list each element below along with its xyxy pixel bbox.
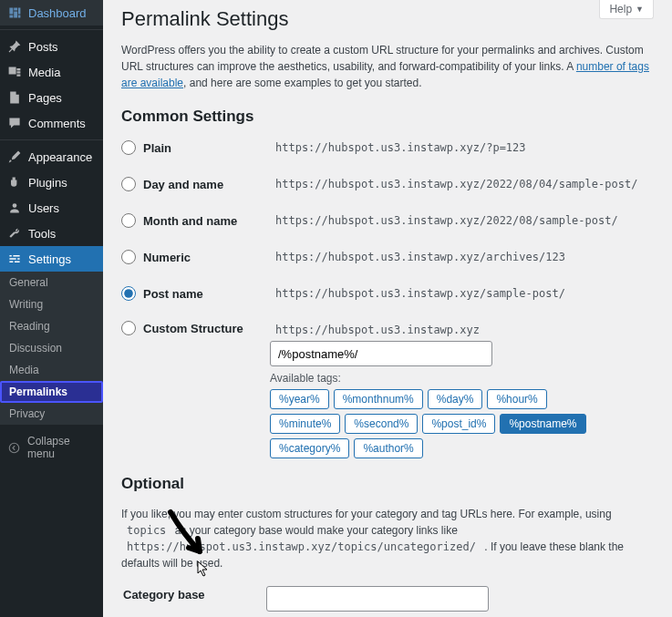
help-tab[interactable]: Help ▼: [599, 0, 654, 19]
radio-month-name[interactable]: [121, 213, 136, 228]
category-base-label: Category base: [123, 577, 264, 617]
svg-point-0: [9, 443, 19, 453]
tag-author[interactable]: %author%: [354, 438, 422, 458]
sidebar-item-comments[interactable]: Comments: [0, 110, 103, 136]
example-day-name: https://hubspot.us3.instawp.xyz/2022/08/…: [270, 175, 643, 193]
sidebar-item-settings[interactable]: Settings: [0, 246, 103, 272]
option-post-name[interactable]: Post name https://hubspot.us3.instawp.xy…: [121, 284, 654, 303]
tag-year[interactable]: %year%: [270, 389, 329, 409]
radio-plain[interactable]: [121, 140, 136, 155]
sidebar-label: Dashboard: [28, 6, 87, 20]
sidebar-label: Users: [28, 201, 59, 215]
sidebar-item-users[interactable]: Users: [0, 195, 103, 221]
sidebar-item-appearance[interactable]: Appearance: [0, 144, 103, 170]
sliders-icon: [7, 252, 22, 266]
submenu-media[interactable]: Media: [0, 359, 103, 381]
sidebar-item-posts[interactable]: Posts: [0, 34, 103, 59]
help-label: Help: [609, 3, 632, 15]
radio-post-name[interactable]: [121, 286, 136, 301]
submenu-general[interactable]: General: [0, 272, 103, 293]
submenu-reading[interactable]: Reading: [0, 315, 103, 337]
collapse-menu[interactable]: Collapse menu: [0, 428, 103, 467]
sidebar-label: Pages: [28, 91, 62, 105]
submenu-privacy[interactable]: Privacy: [0, 403, 103, 425]
sidebar-label: Appearance: [28, 150, 92, 164]
brush-icon: [7, 149, 22, 164]
sidebar-label: Tools: [28, 227, 56, 241]
sidebar-label: Settings: [28, 252, 71, 266]
category-base-input[interactable]: [266, 586, 489, 612]
sidebar-item-media[interactable]: Media: [0, 59, 103, 85]
tag-postname[interactable]: %postname%: [500, 414, 585, 434]
sidebar-label: Posts: [28, 40, 58, 54]
custom-prefix: https://hubspot.us3.instawp.xyz: [270, 321, 485, 339]
option-day-name[interactable]: Day and name https://hubspot.us3.instawp…: [121, 175, 654, 193]
sidebar-label: Media: [28, 66, 60, 79]
example-post-name: https://hubspot.us3.instawp.xyz/sample-p…: [270, 284, 571, 303]
main-content: Help ▼ Permalink Settings WordPress offe…: [103, 0, 672, 617]
tag-post-id[interactable]: %post_id%: [422, 414, 495, 434]
option-plain[interactable]: Plain https://hubspot.us3.instawp.xyz/?p…: [121, 139, 654, 157]
tag-minute[interactable]: %minute%: [270, 414, 340, 434]
sidebar-item-dashboard[interactable]: Dashboard: [0, 0, 103, 26]
option-month-name[interactable]: Month and name https://hubspot.us3.insta…: [121, 211, 654, 230]
submenu-permalinks[interactable]: Permalinks: [0, 381, 103, 403]
tag-monthnum[interactable]: %monthnum%: [334, 389, 423, 409]
tag-buttons: %year% %monthnum% %day% %hour% %minute% …: [270, 389, 607, 458]
sidebar-item-tools[interactable]: Tools: [0, 221, 103, 246]
sidebar-label: Plugins: [28, 176, 67, 190]
tag-hour[interactable]: %hour%: [487, 389, 546, 409]
available-tags-label: Available tags:: [270, 372, 607, 385]
media-icon: [7, 65, 22, 79]
radio-custom[interactable]: [121, 321, 136, 335]
optional-description: If you like, you may enter custom struct…: [121, 506, 654, 571]
comment-icon: [7, 116, 22, 130]
submenu-writing[interactable]: Writing: [0, 293, 103, 315]
radio-day-name[interactable]: [121, 177, 136, 191]
collapse-icon: [7, 440, 21, 455]
pin-icon: [7, 39, 22, 54]
dashboard-icon: [7, 5, 22, 20]
common-settings-heading: Common Settings: [121, 108, 654, 126]
permalink-options: Plain https://hubspot.us3.instawp.xyz/?p…: [121, 139, 654, 458]
example-month-name: https://hubspot.us3.instawp.xyz/2022/08/…: [270, 211, 624, 230]
example-plain: https://hubspot.us3.instawp.xyz/?p=123: [270, 139, 532, 157]
example-numeric: https://hubspot.us3.instawp.xyz/archives…: [270, 248, 571, 266]
collapse-label: Collapse menu: [27, 435, 96, 460]
option-custom[interactable]: Custom Structure https://hubspot.us3.ins…: [121, 321, 654, 458]
radio-numeric[interactable]: [121, 250, 136, 264]
page-title: Permalink Settings: [121, 7, 654, 31]
chevron-down-icon: ▼: [636, 5, 644, 14]
admin-sidebar: Dashboard Posts Media Pages Comments App…: [0, 0, 103, 617]
sidebar-item-pages[interactable]: Pages: [0, 85, 103, 110]
option-numeric[interactable]: Numeric https://hubspot.us3.instawp.xyz/…: [121, 248, 654, 266]
page-icon: [7, 90, 22, 105]
tag-category[interactable]: %category%: [270, 438, 349, 458]
wrench-icon: [7, 226, 22, 241]
optional-heading: Optional: [121, 475, 654, 493]
submenu-discussion[interactable]: Discussion: [0, 337, 103, 359]
settings-submenu: General Writing Reading Discussion Media…: [0, 272, 103, 425]
intro-text: WordPress offers you the ability to crea…: [121, 42, 654, 91]
plug-icon: [7, 175, 22, 190]
sidebar-label: Comments: [28, 117, 86, 130]
custom-structure-input[interactable]: [270, 341, 492, 366]
user-icon: [7, 201, 22, 215]
sidebar-item-plugins[interactable]: Plugins: [0, 170, 103, 195]
tag-day[interactable]: %day%: [428, 389, 483, 409]
tag-second[interactable]: %second%: [345, 414, 418, 434]
